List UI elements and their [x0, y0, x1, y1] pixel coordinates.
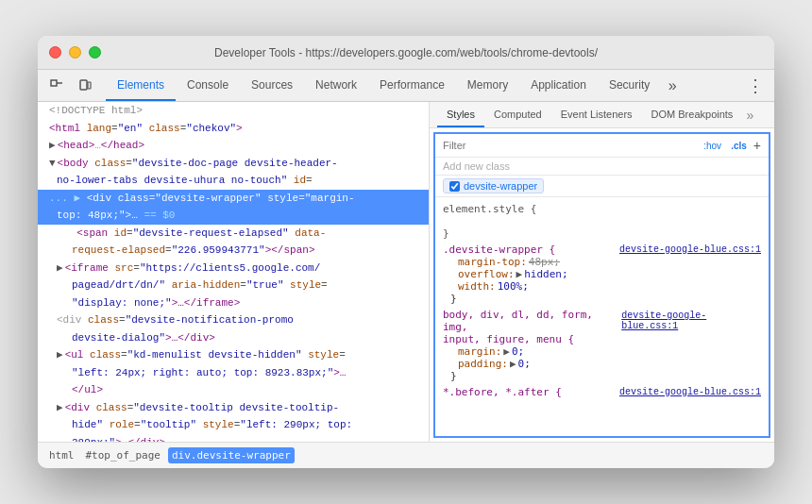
styles-tabs: Styles Computed Event Listeners DOM Brea… [430, 102, 774, 128]
dom-iframe-3: "display: none;">…</iframe> [38, 294, 429, 312]
styles-content: element.style { } .devsite-wrapper { dev… [435, 197, 769, 436]
tab-performance[interactable]: Performance [368, 70, 456, 101]
tabs-more-button[interactable]: » [661, 75, 684, 97]
device-icon[interactable] [74, 75, 96, 97]
margin-expand[interactable]: ▶ [503, 345, 510, 358]
tab-security[interactable]: Security [598, 70, 661, 101]
tab-console[interactable]: Console [176, 70, 240, 101]
tab-styles[interactable]: Styles [437, 102, 484, 127]
inspect-icon[interactable] [45, 75, 68, 97]
dom-panel: <!DOCTYPE html> <html lang="en" class="c… [38, 102, 430, 442]
dom-ul-3: </ul> [38, 381, 429, 399]
svg-rect-0 [51, 80, 57, 86]
window-title: Developer Tools - https://developers.goo… [214, 46, 598, 59]
titlebar: Developer Tools - https://developers.goo… [38, 36, 774, 70]
filter-input[interactable] [443, 140, 697, 151]
devsite-wrapper-block: .devsite-wrapper { devsite-google-blue.c… [435, 242, 769, 307]
toolbar-tabs: Elements Console Sources Network Perform… [106, 70, 684, 101]
class-badge[interactable]: devsite-wrapper [443, 178, 544, 193]
breadcrumb-bar: html #top_of_page div.devsite-wrapper [38, 442, 774, 468]
before-after-block: *.before, *.after { devsite-google-blue.… [435, 384, 769, 400]
cls-button[interactable]: .cls [728, 140, 750, 152]
filter-row: :hov .cls + [435, 134, 769, 158]
devsite-wrapper-selector: .devsite-wrapper { devsite-google-blue.c… [443, 244, 761, 256]
dom-tooltip-3: 389px;">…</div> [38, 434, 429, 443]
element-style-label: element.style { [443, 203, 761, 215]
dom-ul[interactable]: ▶<ul class="kd-menulist devsite-hidden" … [38, 346, 429, 364]
minimize-button[interactable] [69, 46, 81, 59]
traffic-lights [49, 46, 101, 59]
dom-iframe[interactable]: ▶<iframe src="https://clients5.google.co… [38, 260, 429, 277]
devsite-wrapper-close: } [443, 293, 761, 305]
element-style-block: element.style { } [435, 201, 769, 242]
tab-dom-breakpoints[interactable]: DOM Breakpoints [642, 102, 743, 127]
tab-memory[interactable]: Memory [456, 70, 519, 101]
devtools-window: Developer Tools - https://developers.goo… [38, 36, 774, 468]
breadcrumb-html[interactable]: html [45, 447, 78, 463]
dom-body[interactable]: ▼<body class="devsite-doc-page devsite-h… [38, 155, 429, 173]
dom-span-elapsed-2: request-elapsed="226.959943771"></span> [38, 242, 429, 260]
prop-padding: padding: ▶ 0; [443, 358, 761, 370]
toolbar-menu-button[interactable]: ⋮ [744, 75, 767, 97]
element-style-close: } [443, 227, 761, 240]
dom-iframe-2: pagead/drt/dn/" aria-hidden="true" style… [38, 277, 429, 294]
dom-doctype: <!DOCTYPE html> [38, 102, 429, 120]
class-name: devsite-wrapper [464, 180, 537, 192]
devsite-wrapper-source[interactable]: devsite-google-blue.css:1 [619, 244, 761, 255]
toolbar: Elements Console Sources Network Perform… [38, 70, 774, 102]
body-div-close: } [443, 370, 761, 382]
tab-elements[interactable]: Elements [106, 70, 176, 101]
tab-sources[interactable]: Sources [240, 70, 304, 101]
dom-body-2: no-lower-tabs devsite-uhura no-touch" id… [38, 172, 429, 190]
dom-head[interactable]: ▶<head>…</head> [38, 137, 429, 155]
svg-rect-3 [88, 82, 91, 89]
add-style-button[interactable]: + [753, 138, 761, 153]
dom-tooltip[interactable]: ▶<div class="devsite-tooltip devsite-too… [38, 399, 429, 417]
tab-computed[interactable]: Computed [484, 102, 551, 127]
hov-button[interactable]: :hov [701, 140, 724, 152]
prop-margin-top: margin-top: 48px; [443, 256, 761, 268]
breadcrumb-div-wrapper[interactable]: div.devsite-wrapper [168, 447, 295, 463]
add-class-label: Add new class [443, 160, 510, 172]
dom-div-wrapper[interactable]: ... ▶ <div class="devsite-wrapper" style… [38, 190, 429, 208]
filter-buttons: :hov .cls + [701, 138, 761, 153]
body-div-source[interactable]: devsite-google-blue.css:1 [621, 311, 761, 331]
tab-event-listeners[interactable]: Event Listeners [551, 102, 642, 127]
dom-ul-2: "left: 24px; right: auto; top: 8923.83px… [38, 364, 429, 382]
main-content: <!DOCTYPE html> <html lang="en" class="c… [38, 102, 774, 442]
body-div-selector: body, div, dl, dd, form, img, devsite-go… [443, 309, 761, 333]
svg-rect-2 [80, 80, 87, 90]
styles-tabs-more[interactable]: » [746, 108, 753, 123]
close-button[interactable] [49, 46, 61, 59]
dom-notification-2: devsite-dialog">…</div> [38, 329, 429, 347]
styles-panel: Styles Computed Event Listeners DOM Brea… [430, 102, 774, 442]
tab-network[interactable]: Network [304, 70, 368, 101]
body-div-block: body, div, dl, dd, form, img, devsite-go… [435, 307, 769, 384]
element-style-empty [443, 215, 761, 227]
prop-overflow: overflow: ▶ hidden; [443, 268, 761, 280]
tab-application[interactable]: Application [519, 70, 598, 101]
dom-div-wrapper-2: top: 48px;">… == $0 [38, 207, 429, 225]
dom-notification[interactable]: <div class="devsite-notification-promo [38, 311, 429, 329]
toolbar-icons [45, 75, 96, 97]
prop-margin: margin: ▶ 0; [443, 345, 761, 358]
class-checkbox[interactable] [449, 181, 460, 192]
before-after-source[interactable]: devsite-google-blue.css:1 [619, 387, 761, 397]
prop-width: width: 100%; [443, 280, 761, 293]
maximize-button[interactable] [89, 46, 101, 59]
dom-span-elapsed[interactable]: <span id="devsite-request-elapsed" data- [38, 225, 429, 243]
styles-blue-box: :hov .cls + Add new class devsite-wrappe… [433, 132, 770, 438]
breadcrumb-top-of-page[interactable]: #top_of_page [82, 447, 164, 463]
before-after-selector: *.before, *.after { devsite-google-blue.… [443, 386, 761, 398]
padding-expand[interactable]: ▶ [510, 358, 516, 370]
dom-html[interactable]: <html lang="en" class="chekov"> [38, 120, 429, 138]
overflow-expand[interactable]: ▶ [516, 268, 523, 280]
dom-tooltip-2: hide" role="tooltip" style="left: 290px;… [38, 416, 429, 434]
add-class-row: Add new class [435, 158, 769, 176]
